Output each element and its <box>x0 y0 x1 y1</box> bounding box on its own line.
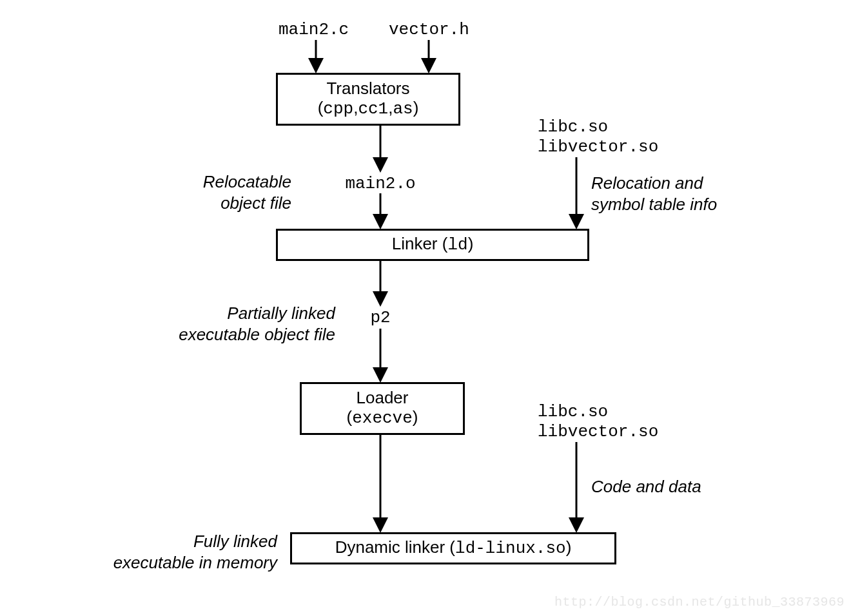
linker-title: Linker (ld) <box>392 235 474 255</box>
dynamic-linker-title: Dynamic linker (ld-linux.so) <box>335 538 572 559</box>
loader-subtitle: (execve) <box>347 408 418 428</box>
libs-top: libc.so libvector.so <box>538 117 658 157</box>
object-file-main2o: main2.o <box>342 174 419 193</box>
p2-label: p2 <box>367 308 393 327</box>
libs-bottom: libc.so libvector.so <box>538 402 658 442</box>
input-file-vectorh: vector.h <box>389 20 469 39</box>
fully-linked-label: Fully linked executable in memory <box>84 531 277 573</box>
relocatable-label: Relocatable object file <box>150 171 291 213</box>
translators-title: Translators <box>326 79 409 99</box>
translators-box: Translators (cpp,cc1,as) <box>276 73 460 126</box>
relocation-info-label: Relocation and symbol table info <box>591 173 717 215</box>
diagram-canvas: main2.c vector.h Translators (cpp,cc1,as… <box>0 0 851 616</box>
dynamic-linker-box: Dynamic linker (ld-linux.so) <box>290 532 616 564</box>
input-file-main2c: main2.c <box>279 20 349 39</box>
loader-title: Loader <box>357 389 409 408</box>
code-and-data-label: Code and data <box>591 477 701 497</box>
linker-box: Linker (ld) <box>276 229 589 261</box>
loader-box: Loader (execve) <box>300 382 465 435</box>
partially-linked-label: Partially linked executable object file <box>110 303 335 345</box>
translators-subtitle: (cpp,cc1,as) <box>318 99 419 119</box>
watermark: http://blog.csdn.net/github_33873969 <box>554 595 845 610</box>
